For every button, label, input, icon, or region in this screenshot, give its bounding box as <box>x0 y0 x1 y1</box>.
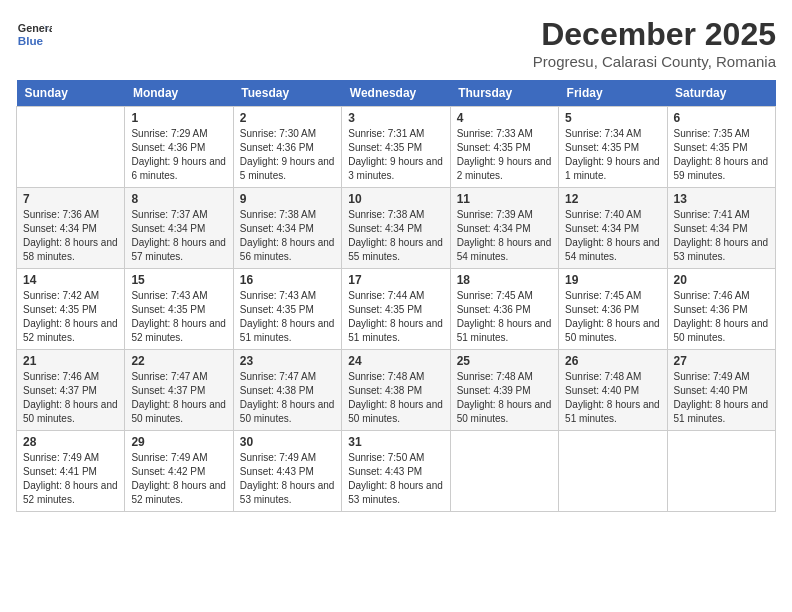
weekday-header-tuesday: Tuesday <box>233 80 341 107</box>
calendar-cell: 7 Sunrise: 7:36 AMSunset: 4:34 PMDayligh… <box>17 188 125 269</box>
calendar-cell: 6 Sunrise: 7:35 AMSunset: 4:35 PMDayligh… <box>667 107 775 188</box>
location-title: Progresu, Calarasi County, Romania <box>533 53 776 70</box>
day-info: Sunrise: 7:48 AMSunset: 4:40 PMDaylight:… <box>565 370 660 426</box>
day-info: Sunrise: 7:48 AMSunset: 4:39 PMDaylight:… <box>457 370 552 426</box>
weekday-header-wednesday: Wednesday <box>342 80 450 107</box>
day-info: Sunrise: 7:37 AMSunset: 4:34 PMDaylight:… <box>131 208 226 264</box>
day-number: 29 <box>131 435 226 449</box>
day-number: 16 <box>240 273 335 287</box>
day-number: 25 <box>457 354 552 368</box>
calendar-cell: 25 Sunrise: 7:48 AMSunset: 4:39 PMDaylig… <box>450 350 558 431</box>
calendar-cell: 12 Sunrise: 7:40 AMSunset: 4:34 PMDaylig… <box>559 188 667 269</box>
day-number: 31 <box>348 435 443 449</box>
weekday-header-friday: Friday <box>559 80 667 107</box>
calendar-cell: 17 Sunrise: 7:44 AMSunset: 4:35 PMDaylig… <box>342 269 450 350</box>
calendar: SundayMondayTuesdayWednesdayThursdayFrid… <box>16 80 776 512</box>
day-info: Sunrise: 7:49 AMSunset: 4:43 PMDaylight:… <box>240 451 335 507</box>
calendar-cell: 24 Sunrise: 7:48 AMSunset: 4:38 PMDaylig… <box>342 350 450 431</box>
day-info: Sunrise: 7:47 AMSunset: 4:37 PMDaylight:… <box>131 370 226 426</box>
day-number: 11 <box>457 192 552 206</box>
day-info: Sunrise: 7:40 AMSunset: 4:34 PMDaylight:… <box>565 208 660 264</box>
day-number: 19 <box>565 273 660 287</box>
calendar-cell: 13 Sunrise: 7:41 AMSunset: 4:34 PMDaylig… <box>667 188 775 269</box>
day-info: Sunrise: 7:33 AMSunset: 4:35 PMDaylight:… <box>457 127 552 183</box>
calendar-cell: 29 Sunrise: 7:49 AMSunset: 4:42 PMDaylig… <box>125 431 233 512</box>
day-info: Sunrise: 7:49 AMSunset: 4:41 PMDaylight:… <box>23 451 118 507</box>
day-info: Sunrise: 7:31 AMSunset: 4:35 PMDaylight:… <box>348 127 443 183</box>
calendar-cell: 30 Sunrise: 7:49 AMSunset: 4:43 PMDaylig… <box>233 431 341 512</box>
weekday-header-monday: Monday <box>125 80 233 107</box>
calendar-cell: 22 Sunrise: 7:47 AMSunset: 4:37 PMDaylig… <box>125 350 233 431</box>
calendar-week-row: 7 Sunrise: 7:36 AMSunset: 4:34 PMDayligh… <box>17 188 776 269</box>
day-number: 5 <box>565 111 660 125</box>
day-number: 8 <box>131 192 226 206</box>
day-info: Sunrise: 7:34 AMSunset: 4:35 PMDaylight:… <box>565 127 660 183</box>
day-info: Sunrise: 7:38 AMSunset: 4:34 PMDaylight:… <box>348 208 443 264</box>
calendar-cell: 1 Sunrise: 7:29 AMSunset: 4:36 PMDayligh… <box>125 107 233 188</box>
calendar-week-row: 14 Sunrise: 7:42 AMSunset: 4:35 PMDaylig… <box>17 269 776 350</box>
weekday-header-saturday: Saturday <box>667 80 775 107</box>
calendar-cell: 26 Sunrise: 7:48 AMSunset: 4:40 PMDaylig… <box>559 350 667 431</box>
day-info: Sunrise: 7:50 AMSunset: 4:43 PMDaylight:… <box>348 451 443 507</box>
weekday-header-sunday: Sunday <box>17 80 125 107</box>
day-number: 21 <box>23 354 118 368</box>
day-number: 1 <box>131 111 226 125</box>
day-info: Sunrise: 7:36 AMSunset: 4:34 PMDaylight:… <box>23 208 118 264</box>
day-info: Sunrise: 7:46 AMSunset: 4:36 PMDaylight:… <box>674 289 769 345</box>
day-number: 27 <box>674 354 769 368</box>
day-number: 14 <box>23 273 118 287</box>
calendar-cell: 28 Sunrise: 7:49 AMSunset: 4:41 PMDaylig… <box>17 431 125 512</box>
calendar-cell: 9 Sunrise: 7:38 AMSunset: 4:34 PMDayligh… <box>233 188 341 269</box>
day-info: Sunrise: 7:38 AMSunset: 4:34 PMDaylight:… <box>240 208 335 264</box>
calendar-cell: 15 Sunrise: 7:43 AMSunset: 4:35 PMDaylig… <box>125 269 233 350</box>
calendar-cell: 14 Sunrise: 7:42 AMSunset: 4:35 PMDaylig… <box>17 269 125 350</box>
day-number: 15 <box>131 273 226 287</box>
day-info: Sunrise: 7:42 AMSunset: 4:35 PMDaylight:… <box>23 289 118 345</box>
calendar-cell: 18 Sunrise: 7:45 AMSunset: 4:36 PMDaylig… <box>450 269 558 350</box>
calendar-cell: 8 Sunrise: 7:37 AMSunset: 4:34 PMDayligh… <box>125 188 233 269</box>
svg-text:Blue: Blue <box>18 34 44 47</box>
calendar-cell: 16 Sunrise: 7:43 AMSunset: 4:35 PMDaylig… <box>233 269 341 350</box>
day-info: Sunrise: 7:43 AMSunset: 4:35 PMDaylight:… <box>131 289 226 345</box>
day-info: Sunrise: 7:44 AMSunset: 4:35 PMDaylight:… <box>348 289 443 345</box>
calendar-cell: 3 Sunrise: 7:31 AMSunset: 4:35 PMDayligh… <box>342 107 450 188</box>
calendar-cell: 2 Sunrise: 7:30 AMSunset: 4:36 PMDayligh… <box>233 107 341 188</box>
day-info: Sunrise: 7:39 AMSunset: 4:34 PMDaylight:… <box>457 208 552 264</box>
day-info: Sunrise: 7:45 AMSunset: 4:36 PMDaylight:… <box>457 289 552 345</box>
calendar-cell: 4 Sunrise: 7:33 AMSunset: 4:35 PMDayligh… <box>450 107 558 188</box>
day-info: Sunrise: 7:47 AMSunset: 4:38 PMDaylight:… <box>240 370 335 426</box>
day-number: 24 <box>348 354 443 368</box>
calendar-cell <box>559 431 667 512</box>
day-number: 2 <box>240 111 335 125</box>
calendar-cell: 11 Sunrise: 7:39 AMSunset: 4:34 PMDaylig… <box>450 188 558 269</box>
calendar-week-row: 1 Sunrise: 7:29 AMSunset: 4:36 PMDayligh… <box>17 107 776 188</box>
calendar-cell: 23 Sunrise: 7:47 AMSunset: 4:38 PMDaylig… <box>233 350 341 431</box>
day-number: 23 <box>240 354 335 368</box>
calendar-week-row: 28 Sunrise: 7:49 AMSunset: 4:41 PMDaylig… <box>17 431 776 512</box>
calendar-week-row: 21 Sunrise: 7:46 AMSunset: 4:37 PMDaylig… <box>17 350 776 431</box>
calendar-cell: 19 Sunrise: 7:45 AMSunset: 4:36 PMDaylig… <box>559 269 667 350</box>
calendar-cell: 31 Sunrise: 7:50 AMSunset: 4:43 PMDaylig… <box>342 431 450 512</box>
calendar-cell: 27 Sunrise: 7:49 AMSunset: 4:40 PMDaylig… <box>667 350 775 431</box>
day-number: 4 <box>457 111 552 125</box>
day-number: 13 <box>674 192 769 206</box>
day-info: Sunrise: 7:43 AMSunset: 4:35 PMDaylight:… <box>240 289 335 345</box>
day-number: 30 <box>240 435 335 449</box>
weekday-header-row: SundayMondayTuesdayWednesdayThursdayFrid… <box>17 80 776 107</box>
day-number: 10 <box>348 192 443 206</box>
day-info: Sunrise: 7:29 AMSunset: 4:36 PMDaylight:… <box>131 127 226 183</box>
month-title: December 2025 <box>533 16 776 53</box>
day-number: 7 <box>23 192 118 206</box>
day-number: 6 <box>674 111 769 125</box>
day-number: 3 <box>348 111 443 125</box>
calendar-cell <box>450 431 558 512</box>
weekday-header-thursday: Thursday <box>450 80 558 107</box>
calendar-cell: 21 Sunrise: 7:46 AMSunset: 4:37 PMDaylig… <box>17 350 125 431</box>
day-number: 22 <box>131 354 226 368</box>
day-info: Sunrise: 7:41 AMSunset: 4:34 PMDaylight:… <box>674 208 769 264</box>
day-number: 18 <box>457 273 552 287</box>
calendar-cell: 20 Sunrise: 7:46 AMSunset: 4:36 PMDaylig… <box>667 269 775 350</box>
header: General Blue December 2025 Progresu, Cal… <box>16 16 776 70</box>
day-number: 26 <box>565 354 660 368</box>
day-number: 20 <box>674 273 769 287</box>
